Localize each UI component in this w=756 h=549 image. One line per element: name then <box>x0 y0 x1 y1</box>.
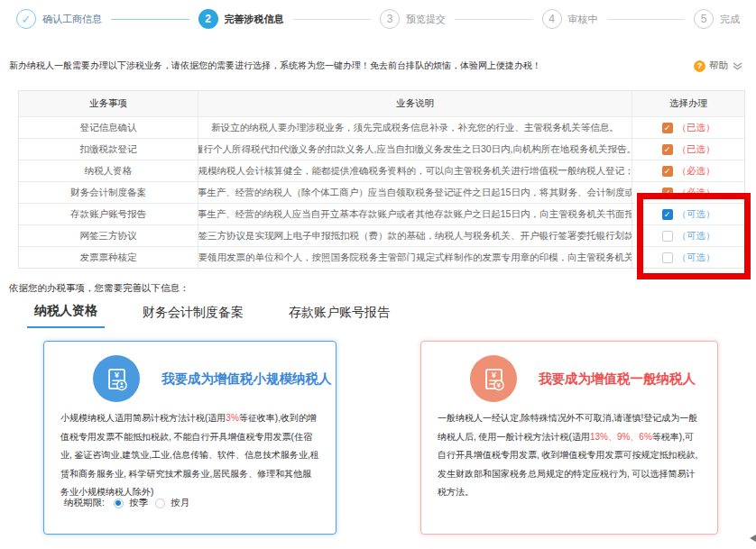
radio-quarterly-label[interactable]: 按季 <box>129 497 148 509</box>
card-header: ¥ ¥ 我要成为增值税一般纳税人 <box>470 355 717 402</box>
select-cell: ✓ （已选） <box>632 139 744 160</box>
scroll-left-arrow-icon <box>750 535 756 542</box>
table-row-invoice-type-approval: 发票票种核定 需要领用发票的单位和个人，按照国务院税务主管部门规定式样制作的发票… <box>19 246 744 268</box>
step-confirm-business-info: ✓ 确认工商信息 <box>16 9 102 29</box>
item-description: 从事生产、经营的纳税人应当自开立基本存款账户或者其他存款账户之日起15日内，向主… <box>198 204 632 224</box>
table-row-withholding-registration: 扣缴税款登记 履行个人所得税代扣代缴义务的扣款义务人,应当自扣缴义务发生之日30… <box>19 138 744 160</box>
rate-highlight: 13%、9%、6% <box>590 432 652 442</box>
step-label: 审核中 <box>568 13 598 26</box>
tax-period-label: 纳税期限: <box>64 497 105 509</box>
small-scale-taxpayer-card[interactable]: ¥ 我要成为增值税小规模纳税人 小规模纳税人适用简易计税方法计税(适用3%等征收… <box>43 341 337 535</box>
col-header-description: 业务说明 <box>198 91 632 116</box>
item-name: 发票票种核定 <box>19 247 198 268</box>
body-text: 小规模纳税人适用简易计税方法计税(适用 <box>60 413 226 423</box>
step-under-review: 4 审核中 <box>542 9 598 29</box>
tab-accounting-system-filing[interactable]: 财务会计制度备案 <box>135 305 251 328</box>
step-connector <box>111 19 189 20</box>
step-connector <box>293 19 372 20</box>
item-description: 履行个人所得税代扣代缴义务的扣款义务人,应当自扣缴义务发生之日30日内,向机构所… <box>198 139 632 160</box>
progress-steps: ✓ 确认工商信息 2 完善涉税信息 3 预览提交 4 审核中 5 完成 <box>0 9 756 29</box>
intro-notice-text: 新办纳税人一般需要办理以下涉税业务，请依据您的需要进行选择，系统将为您一键办理！… <box>9 59 541 72</box>
card-header: ¥ 我要成为增值税小规模纳税人 <box>93 355 336 402</box>
help-button[interactable]: ? 帮助 <box>694 59 743 72</box>
item-name: 财务会计制度备案 <box>19 182 198 203</box>
radio-monthly-label[interactable]: 按月 <box>171 497 189 509</box>
item-name: 网签三方协议 <box>19 225 198 246</box>
step-finish: 5 完成 <box>694 9 740 29</box>
status-badge: （必选） <box>678 165 715 178</box>
rate-highlight: 3% <box>226 413 238 423</box>
step-label: 完善涉税信息 <box>225 13 284 26</box>
invoice-coin-icon: ¥ ¥ <box>470 355 517 402</box>
select-cell: ✓ （已选） <box>632 117 744 138</box>
card-title: 我要成为增值税小规模纳税人 <box>161 371 332 388</box>
card-description: 一般纳税人一经认定,除特殊情况外不可取消,请谨慎!登记成为一般纳税人后, 使用一… <box>438 409 701 502</box>
item-description: 网签三方协议是实现网上电子申报抵扣税（费）款的基础，纳税人与税务机关、开户银行签… <box>198 225 632 246</box>
step-number: 5 <box>694 9 714 29</box>
item-name: 登记信息确认 <box>19 117 198 138</box>
red-highlight-annotation <box>637 193 751 279</box>
step-done-check-icon: ✓ <box>16 9 36 29</box>
step-number: 4 <box>542 9 562 29</box>
step-connector <box>607 19 686 20</box>
col-header-select: 选择办理 <box>632 91 744 116</box>
checkbox-checked-icon[interactable]: ✓ <box>662 144 673 155</box>
step-connector <box>455 19 533 20</box>
item-name: 扣缴税款登记 <box>19 139 198 160</box>
table-row-deposit-account-report: 存款账户账号报告 从事生产、经营的纳税人应当自开立基本存款账户或者其他存款账户之… <box>19 203 744 224</box>
step-number: 2 <box>198 9 218 29</box>
table-row-taxpayer-qualification: 纳税人资格 小规模纳税人会计核算健全，能都提供准确税务资料的，可以向主管税务机关… <box>19 160 744 181</box>
radio-quarterly[interactable] <box>114 499 124 508</box>
item-name: 纳税人资格 <box>19 160 198 181</box>
table-row-registration-info: 登记信息确认 新设立的纳税人要办理涉税业务，须先完成税务信息补录，补充您的行业、… <box>19 116 744 138</box>
checkbox-checked-icon[interactable]: ✓ <box>662 166 673 177</box>
section-hint-text: 依据您的办税事项，您需要完善以下信息： <box>9 282 189 295</box>
step-label: 确认工商信息 <box>42 13 102 26</box>
item-description: 小规模纳税人会计核算健全，能都提供准确税务资料的，可以向主管税务机关进行增值税一… <box>198 160 632 181</box>
step-preview-submit: 3 预览提交 <box>380 9 446 29</box>
step-label: 完成 <box>720 13 740 26</box>
tab-deposit-account-report[interactable]: 存款账户账号报告 <box>281 305 397 328</box>
chevron-down-icon <box>732 62 743 70</box>
table-row-tripartite-agreement: 网签三方协议 网签三方协议是实现网上电子申报抵扣税（费）款的基础，纳税人与税务机… <box>19 224 744 246</box>
status-badge: （已选） <box>678 143 715 156</box>
svg-text:¥: ¥ <box>491 369 496 379</box>
help-label: 帮助 <box>709 59 728 72</box>
item-description: 从事生产、经营的纳税人（除个体工商户）应当自领取税务登记证件之日起15日内，将其… <box>198 182 632 203</box>
checkbox-checked-icon[interactable]: ✓ <box>662 123 673 133</box>
step-number: 3 <box>380 9 400 29</box>
notice-row: 新办纳税人一般需要办理以下涉税业务，请依据您的需要进行选择，系统将为您一键办理！… <box>9 59 743 72</box>
select-cell: ✓ （必选） <box>632 160 744 181</box>
card-title: 我要成为增值税一般纳税人 <box>539 371 696 388</box>
card-description: 小规模纳税人适用简易计税方法计税(适用3%等征收率),收到的增值税专用发票不能抵… <box>60 409 319 502</box>
table-row-accounting-system-filing: 财务会计制度备案 从事生产、经营的纳税人（除个体工商户）应当自领取税务登记证件之… <box>19 181 744 203</box>
invoice-person-icon: ¥ <box>93 355 140 402</box>
svg-text:¥: ¥ <box>114 369 119 379</box>
tax-period-row: 纳税期限: 按季 按月 <box>64 497 189 509</box>
status-badge: （已选） <box>678 122 715 134</box>
col-header-item: 业务事项 <box>19 91 198 116</box>
general-taxpayer-card[interactable]: ¥ ¥ 我要成为增值税一般纳税人 一般纳税人一经认定,除特殊情况外不可取消,请谨… <box>420 341 718 535</box>
radio-monthly[interactable] <box>155 499 165 508</box>
body-text: 等征收率),收到的增值税专用发票不能抵扣税款, 不能自行开具增值税专用发票(住宿… <box>60 413 319 497</box>
step-label: 预览提交 <box>406 13 446 26</box>
question-circle-icon: ? <box>694 60 705 72</box>
item-description: 需要领用发票的单位和个人，按照国务院税务主管部门规定式样制作的发票专用章的印模，… <box>198 247 632 268</box>
table-header-row: 业务事项 业务说明 选择办理 <box>19 91 744 116</box>
item-description: 新设立的纳税人要办理涉税业务，须先完成税务信息补录，补充您的行业、主管税务机关等… <box>198 117 632 138</box>
item-name: 存款账户账号报告 <box>19 204 198 224</box>
tab-taxpayer-qualification[interactable]: 纳税人资格 <box>27 303 105 328</box>
step-complete-tax-info: 2 完善涉税信息 <box>198 9 284 29</box>
detail-tabs: 纳税人资格 财务会计制度备案 存款账户账号报告 <box>27 303 397 328</box>
